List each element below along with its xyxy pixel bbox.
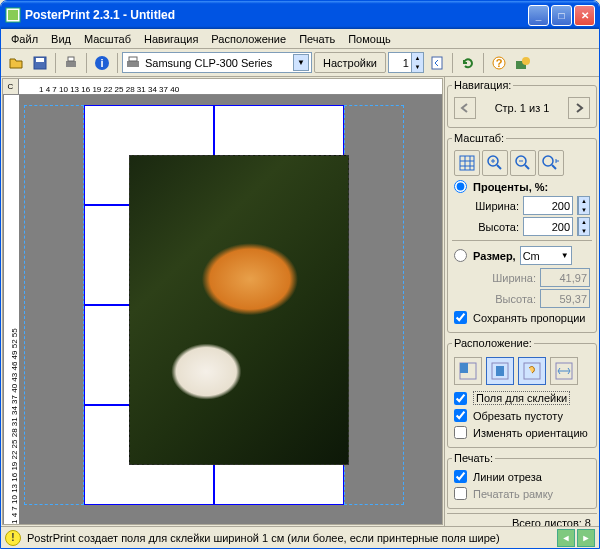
window-title: PosterPrint 2.3.1 - Untitled (25, 8, 528, 22)
status-bar: ! PostrPrint создает поля для склейки ши… (1, 526, 599, 548)
warning-icon: ! (5, 530, 21, 546)
menu-placement[interactable]: Расположение (205, 31, 292, 47)
svg-line-25 (525, 165, 529, 169)
menu-scale[interactable]: Масштаб (78, 31, 137, 47)
keep-aspect-label: Сохранять пропорции (473, 312, 586, 324)
align-manual-button[interactable] (518, 357, 546, 385)
size-width-input: 41,97 (540, 268, 590, 287)
zoom-in-button[interactable] (482, 150, 508, 176)
svg-text:i: i (100, 57, 103, 69)
maximize-button[interactable]: □ (551, 5, 572, 26)
size-height-label: Высота: (454, 293, 536, 305)
info-button[interactable]: i (91, 52, 113, 74)
crop-empty-label: Обрезать пустоту (473, 410, 563, 422)
svg-text:?: ? (496, 57, 503, 69)
glue-fields-checkbox[interactable] (454, 392, 467, 405)
help-button[interactable]: ? (488, 52, 510, 74)
rotate-checkbox[interactable] (454, 426, 467, 439)
svg-rect-1 (8, 10, 18, 20)
svg-rect-15 (460, 156, 474, 170)
scale-title: Масштаб: (452, 132, 506, 144)
svg-line-21 (497, 165, 501, 169)
spin-down-icon[interactable]: ▼ (411, 63, 423, 73)
svg-rect-9 (129, 57, 137, 61)
align-topleft-button[interactable] (454, 357, 482, 385)
total-sheets: Всего листов: 8 (447, 513, 597, 526)
spin-down-icon[interactable]: ▼ (578, 227, 589, 236)
print-title: Печать: (452, 452, 495, 464)
percent-radio[interactable] (454, 180, 467, 193)
cutlines-label: Линии отреза (473, 471, 542, 483)
svg-rect-3 (36, 58, 44, 62)
size-label: Размер, (473, 250, 516, 262)
printer-select[interactable]: Samsung CLP-300 Series ▼ (122, 52, 312, 73)
crop-empty-checkbox[interactable] (454, 409, 467, 422)
cutlines-checkbox[interactable] (454, 470, 467, 483)
frame-checkbox[interactable] (454, 487, 467, 500)
about-button[interactable] (512, 52, 534, 74)
unit-select[interactable]: Cm▼ (520, 246, 572, 265)
svg-rect-32 (496, 366, 504, 376)
placement-title: Расположение: (452, 337, 534, 349)
canvas-area[interactable]: C 1 4 7 10 13 16 19 22 25 28 31 34 37 40… (2, 78, 443, 525)
svg-rect-30 (460, 363, 468, 373)
status-text: PostrPrint создает поля для склейки шири… (27, 532, 500, 544)
size-radio[interactable] (454, 249, 467, 262)
glue-fields-label: Поля для склейки (473, 391, 570, 405)
height-label: Высота: (454, 221, 519, 233)
rotate-label: Изменять ориентацию (473, 427, 588, 439)
spin-up-icon[interactable]: ▲ (411, 53, 423, 63)
svg-rect-4 (66, 61, 76, 67)
copies-input[interactable] (389, 53, 411, 72)
nav-title: Навигация: (452, 79, 513, 91)
settings-button[interactable]: Настройки (314, 52, 386, 73)
align-stretch-button[interactable] (550, 357, 578, 385)
close-button[interactable]: ✕ (574, 5, 595, 26)
menu-print[interactable]: Печать (293, 31, 341, 47)
page-indicator: Стр. 1 из 1 (480, 102, 564, 114)
spin-down-icon[interactable]: ▼ (578, 206, 589, 215)
sidebar: Навигация: Стр. 1 из 1 Масштаб: Про (444, 77, 599, 526)
printer-name: Samsung CLP-300 Series (145, 57, 272, 69)
size-width-label: Ширина: (454, 272, 536, 284)
align-center-button[interactable] (486, 357, 514, 385)
nav-next-button[interactable] (568, 97, 590, 119)
percent-label: Проценты, %: (473, 181, 548, 193)
menu-file[interactable]: Файл (5, 31, 44, 47)
keep-aspect-checkbox[interactable] (454, 311, 467, 324)
spin-up-icon[interactable]: ▲ (578, 218, 589, 227)
height-input[interactable]: 200 (523, 217, 573, 236)
svg-rect-8 (127, 61, 139, 67)
print-button[interactable] (60, 52, 82, 74)
menu-view[interactable]: Вид (45, 31, 77, 47)
open-button[interactable] (5, 52, 27, 74)
zoom-fit-button[interactable] (538, 150, 564, 176)
status-prev-button[interactable]: ◄ (557, 529, 575, 547)
chevron-down-icon[interactable]: ▼ (293, 54, 309, 71)
ruler-corner: C (3, 79, 19, 95)
spin-up-icon[interactable]: ▲ (578, 197, 589, 206)
zoom-grid-button[interactable] (454, 150, 480, 176)
poster-image[interactable] (129, 155, 349, 465)
svg-point-27 (543, 156, 553, 166)
menu-navigation[interactable]: Навигация (138, 31, 204, 47)
zoom-out-button[interactable] (510, 150, 536, 176)
nav-prev-button[interactable] (454, 97, 476, 119)
refresh-button[interactable] (457, 52, 479, 74)
size-height-input: 59,37 (540, 289, 590, 308)
toolbar: i Samsung CLP-300 Series ▼ Настройки ▲▼ … (1, 49, 599, 77)
save-button[interactable] (29, 52, 51, 74)
app-icon (5, 7, 21, 23)
minimize-button[interactable]: _ (528, 5, 549, 26)
prev-page-button[interactable] (426, 52, 448, 74)
svg-line-28 (552, 165, 556, 169)
width-label: Ширина: (454, 200, 519, 212)
copies-spinner[interactable]: ▲▼ (388, 52, 424, 73)
status-next-button[interactable]: ► (577, 529, 595, 547)
menu-help[interactable]: Помощь (342, 31, 397, 47)
width-input[interactable]: 200 (523, 196, 573, 215)
svg-point-14 (522, 57, 530, 65)
menu-bar: Файл Вид Масштаб Навигация Расположение … (1, 29, 599, 49)
svg-rect-10 (432, 57, 442, 69)
ruler-horizontal: 1 4 7 10 13 16 19 22 25 28 31 34 37 40 (19, 79, 442, 95)
